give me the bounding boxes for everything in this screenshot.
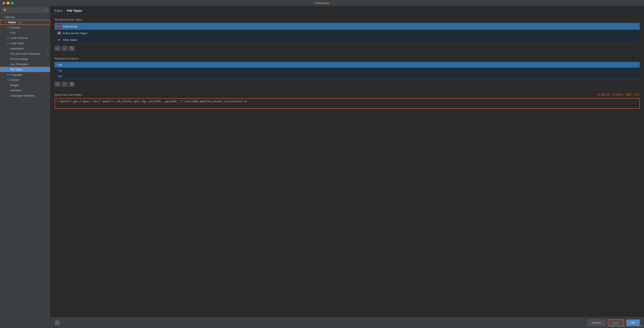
ignore-hint-text: (3) 输入后，记得加分；隔开，保存	[598, 93, 640, 97]
file-encodings-copy-icon: ⎘	[46, 58, 48, 60]
asp-icon: AS	[57, 31, 61, 35]
file-types-list: AS ActionScript AS Active Server Pages ▶…	[54, 23, 640, 43]
remove-pattern-button[interactable]: −	[62, 82, 68, 87]
window-title: Preferences	[315, 1, 329, 4]
emmet-label: Emmet	[10, 78, 19, 81]
editor-label: Editor	[8, 21, 16, 24]
code-style-copy-icon: ⎘	[46, 42, 48, 45]
color-scheme-expand-arrow: ▶	[8, 37, 9, 39]
patterns-actions: + − ✎	[54, 82, 640, 87]
sidebar-item-file-types[interactable]: File Types (2)	[0, 67, 50, 72]
file-type-item-ansi[interactable]: ▶ ANSI Aware	[55, 36, 640, 43]
main-container: 🔍 ▾ Keymap ▼ Editor (1) ▶ General Font	[0, 6, 644, 328]
file-code-templates-label: File and Code Templates	[10, 52, 40, 55]
breadcrumb-current: File Types	[67, 9, 82, 12]
editor-expand-arrow: ▼	[5, 21, 7, 23]
sidebar-item-language-injections[interactable]: Language Injections ⎘	[0, 93, 50, 98]
maximize-button[interactable]	[11, 2, 14, 4]
sidebar-item-general[interactable]: ▶ General	[0, 25, 50, 30]
language-injections-label: Language Injections	[10, 94, 34, 97]
actionscript-icon: AS	[57, 24, 61, 28]
inspections-label: Inspections	[10, 47, 24, 50]
pattern-as-label: *.as	[57, 63, 62, 66]
inspections-copy-icon: ⎘	[46, 47, 48, 50]
sidebar-item-code-style[interactable]: ▶ Code Style ⎘	[0, 41, 50, 46]
sidebar-item-copyright[interactable]: ▶ Copyright ⎘	[0, 72, 50, 77]
ignore-input[interactable]	[54, 98, 640, 109]
pattern-es-label: *.es	[57, 69, 62, 72]
intentions-label: Intentions	[10, 89, 22, 92]
content-area: Editor › File Types Recognized File Type…	[50, 6, 644, 328]
remove-file-type-button[interactable]: −	[62, 46, 68, 51]
breadcrumb-arrow: ›	[64, 9, 66, 12]
sidebar-item-inspections[interactable]: Inspections ⎘	[0, 46, 50, 51]
help-button[interactable]: ?	[54, 320, 60, 326]
images-label: Images	[10, 84, 19, 87]
edit-pattern-button[interactable]: ✎	[69, 82, 75, 87]
actionscript-label: ActionScript	[63, 25, 77, 28]
keymap-label: Keymap	[5, 15, 15, 19]
sidebar-item-file-code-templates[interactable]: File and Code Templates ⎘	[0, 51, 50, 56]
sidebar-item-emmet[interactable]: ▶ Emmet	[0, 77, 50, 82]
file-type-item-asp[interactable]: AS Active Server Pages	[55, 30, 640, 36]
divider	[54, 54, 640, 54]
language-injections-copy-icon: ⎘	[46, 94, 48, 97]
pattern-item-as[interactable]: *.as	[55, 62, 640, 68]
recognized-section-label: Recognized File Types	[54, 18, 640, 21]
general-label: General	[10, 26, 20, 29]
file-types-label: File Types	[10, 68, 22, 71]
sidebar-item-file-encodings[interactable]: File Encodings ⎘	[0, 56, 50, 62]
registered-section-label: Registered Patterns	[54, 57, 640, 60]
emmet-expand-arrow: ▶	[8, 79, 9, 81]
file-type-item-actionscript[interactable]: AS ActionScript	[55, 23, 640, 30]
live-templates-label: Live Templates	[10, 63, 28, 66]
add-file-type-button[interactable]: +	[54, 46, 60, 51]
copyright-copy-icon: ⎘	[46, 73, 48, 76]
sidebar-item-intentions[interactable]: Intentions	[0, 88, 50, 93]
font-label: Font	[10, 31, 16, 34]
ignore-label-row: Ignore files and folders (3) 输入后，记得加分；隔开…	[54, 93, 640, 97]
breadcrumb-parent: Editor	[54, 9, 63, 12]
search-icon: 🔍	[4, 8, 7, 12]
code-style-expand-arrow: ▶	[8, 42, 9, 44]
editor-badge: (1)	[18, 21, 22, 24]
sidebar-item-live-templates[interactable]: Live Templates	[0, 62, 50, 67]
sidebar-item-keymap[interactable]: Keymap	[0, 14, 50, 20]
minimize-button[interactable]	[7, 2, 10, 4]
ignore-label-text: Ignore files and folders	[54, 93, 82, 96]
sidebar-item-editor[interactable]: ▼ Editor (1)	[0, 20, 50, 25]
close-button[interactable]	[2, 2, 5, 4]
sidebar-item-color-scheme[interactable]: ▶ Color Scheme	[0, 35, 50, 41]
content-header: Editor › File Types	[50, 6, 644, 15]
title-bar: Preferences	[0, 0, 644, 6]
general-expand-arrow: ▶	[8, 26, 9, 29]
copyright-expand-arrow: ▶	[8, 73, 9, 76]
file-types-badge: (2)	[24, 68, 28, 71]
copyright-label: Copyright	[10, 73, 22, 76]
asp-label: Active Server Pages	[63, 32, 88, 35]
nav-section: Keymap ▼ Editor (1) ▶ General Font ▶ Col…	[0, 14, 50, 328]
sidebar-item-images[interactable]: Images	[0, 82, 50, 88]
ignore-section: Ignore files and folders (3) 输入后，记得加分；隔开…	[54, 93, 640, 110]
pattern-item-es[interactable]: *.es	[55, 68, 640, 73]
pattern-item-js2[interactable]: *.js2	[55, 73, 640, 79]
ansi-label: ANSI Aware	[63, 38, 77, 41]
pattern-js2-label: *.js2	[57, 74, 62, 78]
file-types-actions: + − ✎	[54, 46, 640, 51]
watermark: https://blog.csdn.net/qq_27295403	[610, 325, 642, 327]
search-bar[interactable]: 🔍 ▾	[2, 7, 48, 13]
window-controls[interactable]	[2, 2, 14, 4]
code-style-label: Code Style	[10, 42, 24, 45]
patterns-list: *.as *.es *.js2	[54, 62, 640, 79]
edit-file-type-button[interactable]: ✎	[69, 46, 75, 51]
add-pattern-button[interactable]: +	[54, 82, 60, 87]
file-code-templates-copy-icon: ⎘	[46, 52, 48, 55]
sidebar: 🔍 ▾ Keymap ▼ Editor (1) ▶ General Font	[0, 6, 50, 328]
bottom-bar: ? Cancel Apply OK	[50, 317, 644, 328]
search-dropdown-icon[interactable]: ▾	[46, 9, 46, 11]
color-scheme-label: Color Scheme	[10, 36, 28, 39]
ansi-icon: ▶	[57, 38, 61, 42]
sidebar-item-font[interactable]: Font	[0, 30, 50, 35]
content-body: Recognized File Types AS ActionScript AS…	[50, 15, 644, 317]
cancel-button[interactable]: Cancel	[588, 320, 606, 326]
